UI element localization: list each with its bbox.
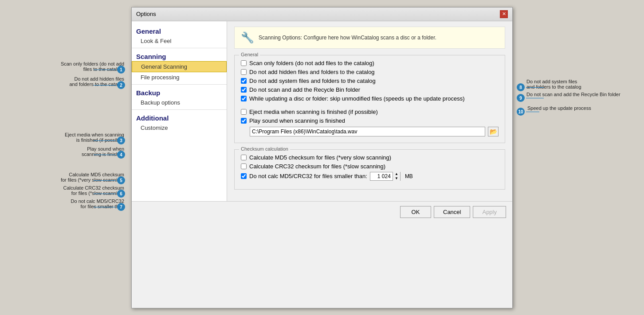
spinner-buttons: ▲ ▼ [393,172,400,181]
close-button[interactable]: ✕ [500,10,508,18]
opt-eject-label: Eject media when scanning is finished (i… [249,109,378,115]
opt-no-recycle-label: Do not scan and add the Recycle Bin fold… [249,86,360,93]
options-dialog: Options ✕ General Look & Feel Scanning G… [131,7,513,308]
info-box: 🔧 Scanning Options: Configure here how W… [234,27,505,49]
ok-button[interactable]: OK [400,206,431,218]
sidebar-header-scanning: Scanning [132,50,227,61]
badge-5: 5 [117,176,125,184]
opt-no-system-checkbox[interactable] [241,78,247,84]
opt-crc32-checkbox[interactable] [241,163,247,169]
badge-7: 7 [117,203,125,211]
sidebar-item-general-scanning[interactable]: General Scanning [132,61,227,72]
opt-md5-label: Calculate MD5 checksum for files (*very … [249,154,391,161]
option-skip-unmodified-row: While updating a disc or folder: skip un… [241,95,499,102]
sidebar-item-backup-options[interactable]: Backup options [132,97,227,108]
opt-scan-only-folders-label: Scan only folders (do not add files to t… [249,60,374,66]
title-bar: Options ✕ [132,8,512,21]
info-icon: 🔧 [241,31,254,44]
sidebar-item-file-processing[interactable]: File processing [132,72,227,82]
option-no-system-row: Do not add system files and folders to t… [241,78,499,84]
sound-file-input[interactable] [250,127,485,136]
spinner-down[interactable]: ▼ [393,176,400,181]
dialog-title: Options [136,11,156,17]
badge-1: 1 [117,66,125,74]
info-text: Scanning Options: Configure here how Win… [259,35,436,41]
opt-eject-checkbox[interactable] [241,109,247,115]
unit-label: MB [405,173,413,179]
sidebar-item-look-feel[interactable]: Look & Feel [132,36,227,46]
cancel-button[interactable]: Cancel [434,206,470,218]
opt-sound-label: Play sound when scanning is finished [249,117,345,124]
sidebar-item-customize[interactable]: Customize [132,123,227,133]
opt-sound-checkbox[interactable] [241,118,247,124]
checksum-options-group: Checksum calculation Calculate MD5 check… [234,149,505,190]
opt-skip-unmodified-label: While updating a disc or folder: skip un… [249,95,465,102]
sidebar-header-general: General [132,25,227,36]
spinner-up[interactable]: ▲ [393,172,400,176]
checksum-group-title: Checksum calculation [239,146,290,152]
option-crc32-row: Calculate CRC32 checksum for files (*slo… [241,163,499,170]
option-scan-only-folders-row: Scan only folders (do not add files to t… [241,60,499,66]
badge-8: 8 [517,83,525,91]
size-input[interactable] [370,172,393,180]
general-group-title: General [239,52,260,57]
opt-crc32-label: Calculate CRC32 checksum for files (*slo… [249,163,385,170]
opt-no-hidden-label: Do not add hidden files and folders to t… [249,69,375,75]
badge-4: 4 [117,151,125,159]
option-no-recycle-row: Do not scan and add the Recycle Bin fold… [241,86,499,93]
option-sound-row: Play sound when scanning is finished [241,117,499,124]
opt-no-recycle-checkbox[interactable] [241,87,247,93]
badge-3: 3 [117,136,125,144]
option-eject-row: Eject media when scanning is finished (i… [241,109,499,115]
opt-no-calc-label: Do not calc MD5/CRC32 for files smaller … [249,173,367,179]
opt-md5-checkbox[interactable] [241,155,247,160]
opt-scan-only-folders-checkbox[interactable] [241,60,247,66]
option-no-calc-row: Do not calc MD5/CRC32 for files smaller … [241,172,499,181]
badge-9: 9 [517,94,525,102]
opt-no-calc-checkbox[interactable] [241,173,247,179]
sidebar-header-backup: Backup [132,86,227,97]
general-options-group: General Scan only folders (do not add fi… [234,55,505,143]
apply-button[interactable]: Apply [473,206,506,218]
opt-no-hidden-checkbox[interactable] [241,69,247,75]
badge-6: 6 [117,190,125,198]
option-md5-row: Calculate MD5 checksum for files (*very … [241,154,499,161]
opt-no-system-label: Do not add system files and folders to t… [249,78,376,84]
badge-2: 2 [117,81,125,89]
option-no-hidden-row: Do not add hidden files and folders to t… [241,69,499,75]
sidebar-header-additional: Additional [132,112,227,123]
sidebar: General Look & Feel Scanning General Sca… [132,21,227,201]
badge-10: 10 [517,108,525,116]
size-input-wrap: ▲ ▼ [370,172,401,181]
file-browse-button[interactable]: 📂 [488,127,499,136]
opt-skip-unmodified-checkbox[interactable] [241,96,247,101]
sound-file-row: 📂 [250,127,499,136]
main-content: 🔧 Scanning Options: Configure here how W… [227,21,512,201]
dialog-footer: OK Cancel Apply [132,201,512,222]
